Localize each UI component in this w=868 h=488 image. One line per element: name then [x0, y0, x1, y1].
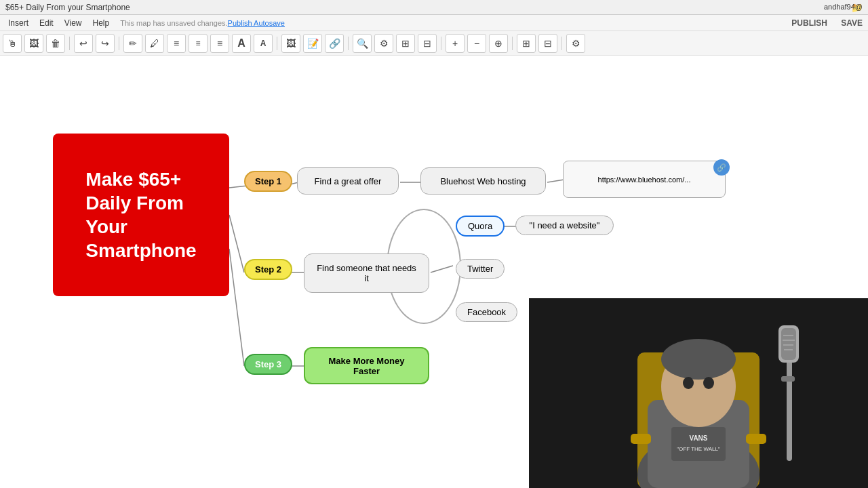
menu-insert[interactable]: Insert [3, 17, 34, 29]
svg-point-19 [683, 377, 694, 389]
menu-edit[interactable]: Edit [34, 17, 59, 29]
step2-node[interactable]: Step 2 [244, 259, 292, 280]
step1-node[interactable]: Step 1 [244, 171, 292, 192]
menu-help[interactable]: Help [87, 17, 115, 29]
font-small-tool[interactable]: A [254, 34, 273, 53]
separator [277, 37, 277, 50]
separator [512, 37, 513, 50]
svg-rect-21 [671, 427, 726, 461]
svg-rect-26 [781, 328, 796, 360]
title-bar: $65+ Daily From your Smartphone 📁 andhaf… [0, 0, 868, 15]
link-tool[interactable]: 🔗 [325, 34, 344, 53]
find-someone-node[interactable]: Find someone that needs it [304, 253, 429, 293]
bluehost-url-node[interactable]: https://www.bluehost.com/... [563, 161, 726, 198]
align-center-tool[interactable]: ≡ [189, 34, 208, 53]
make-money-node[interactable]: Make More Money Faster [304, 347, 429, 384]
cluster-tool[interactable]: ⊟ [418, 34, 437, 53]
pen-tool[interactable]: ✏ [123, 34, 142, 53]
zoom-in-tool[interactable]: + [446, 34, 465, 53]
twitter-node[interactable]: Twitter [456, 259, 505, 279]
url-link-icon[interactable]: 🔗 [713, 159, 730, 176]
menu-view[interactable]: View [59, 17, 87, 29]
undo-tool[interactable]: ↩ [74, 34, 93, 53]
webcam-content: VANS "OFF THE WALL" [529, 298, 868, 488]
bluehost-node[interactable]: Bluehost Web hosting [420, 167, 546, 195]
window-title: $65+ Daily From your Smartphone [5, 3, 846, 12]
find-offer-node[interactable]: Find a great offer [297, 167, 399, 195]
image-tool[interactable]: 🖼 [24, 34, 43, 53]
toolbar: 🖱 🖼 🗑 ↩ ↪ ✏ 🖊 ≡ ≡ ≡ A A 🖼 📝 🔗 🔍 ⚙ ⊞ ⊟ + … [0, 31, 868, 56]
insert-image-tool[interactable]: 🖼 [281, 34, 300, 53]
collapse-tool[interactable]: ⊟ [538, 34, 557, 53]
svg-line-6 [229, 249, 244, 366]
unsaved-message: This map has unsaved changes. [120, 19, 227, 27]
save-button[interactable]: SAVE [841, 18, 863, 28]
font-large-tool[interactable]: A [232, 34, 251, 53]
red-box-text: Make $65+ Daily From Your Smartphone [85, 167, 196, 262]
redo-tool[interactable]: ↪ [96, 34, 115, 53]
svg-point-20 [703, 377, 714, 389]
user-info: andhaf94@ [818, 0, 868, 14]
delete-tool[interactable]: 🗑 [46, 34, 65, 53]
cursor-tool[interactable]: 🖱 [3, 34, 22, 53]
publish-button[interactable]: PUBLISH [791, 18, 827, 28]
svg-rect-33 [746, 434, 766, 444]
svg-rect-32 [631, 434, 651, 444]
separator [119, 37, 119, 50]
zoom-fit-tool[interactable]: ⊕ [489, 34, 508, 53]
webcam-svg: VANS "OFF THE WALL" [529, 298, 868, 488]
separator [348, 37, 349, 50]
search-tool[interactable]: 🔍 [353, 34, 372, 53]
expand-tool[interactable]: ⊞ [517, 34, 536, 53]
menu-bar: Insert Edit View Help This map has unsav… [0, 15, 868, 31]
red-box: Make $65+ Daily From Your Smartphone [53, 134, 229, 296]
quora-node[interactable]: Quora [456, 216, 505, 237]
connect-tool[interactable]: ⚙ [374, 34, 393, 53]
i-need-website-node[interactable]: "I need a website" [515, 216, 614, 235]
svg-text:VANS: VANS [689, 434, 707, 442]
canvas: Make $65+ Daily From Your Smartphone Ste… [0, 56, 868, 488]
step3-node[interactable]: Step 3 [244, 354, 292, 375]
layout-tool[interactable]: ⊞ [396, 34, 415, 53]
separator [441, 37, 441, 50]
align-right-tool[interactable]: ≡ [210, 34, 229, 53]
svg-line-3 [547, 180, 564, 182]
svg-point-18 [661, 339, 736, 380]
zoom-out-tool[interactable]: − [467, 34, 486, 53]
autosave-link[interactable]: Publish Autosave [228, 19, 285, 27]
align-left-tool[interactable]: ≡ [167, 34, 186, 53]
separator [69, 37, 70, 50]
facebook-node[interactable]: Facebook [456, 302, 517, 322]
svg-text:"OFF THE WALL": "OFF THE WALL" [677, 446, 720, 452]
extra-tool[interactable]: ⚙ [566, 34, 585, 53]
svg-rect-31 [781, 376, 795, 382]
webcam-overlay: VANS "OFF THE WALL" [529, 298, 868, 488]
separator [561, 37, 562, 50]
svg-line-4 [229, 215, 244, 272]
brush-tool[interactable]: 🖊 [145, 34, 164, 53]
note-tool[interactable]: 📝 [303, 34, 322, 53]
